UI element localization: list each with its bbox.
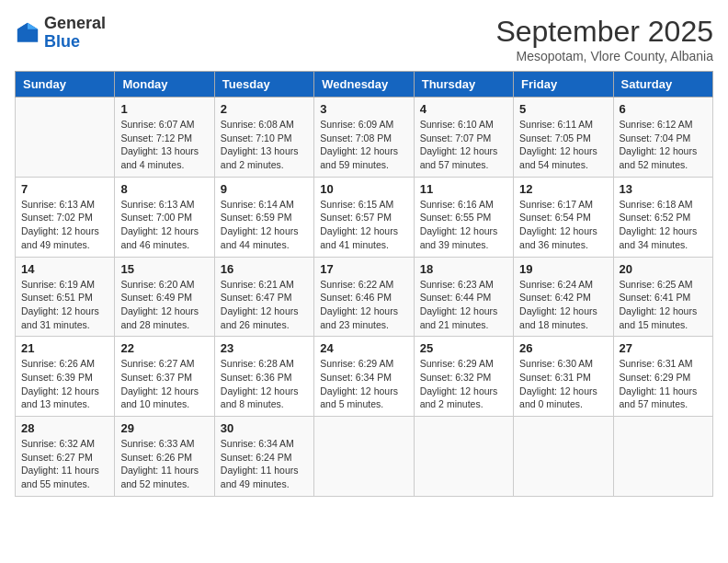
day-number: 24 bbox=[320, 341, 407, 355]
day-number: 29 bbox=[120, 421, 208, 435]
day-number: 22 bbox=[120, 341, 208, 355]
day-number: 18 bbox=[420, 262, 507, 276]
day-number: 12 bbox=[519, 182, 607, 196]
calendar-week-2: 7Sunrise: 6:13 AMSunset: 7:02 PMDaylight… bbox=[16, 177, 713, 257]
calendar-cell: 7Sunrise: 6:13 AMSunset: 7:02 PMDaylight… bbox=[16, 177, 115, 257]
calendar-cell: 3Sunrise: 6:09 AMSunset: 7:08 PMDaylight… bbox=[314, 98, 414, 178]
day-number: 16 bbox=[221, 262, 308, 276]
day-info: Sunrise: 6:16 AMSunset: 6:55 PMDaylight:… bbox=[420, 198, 507, 252]
calendar-table: SundayMondayTuesdayWednesdayThursdayFrid… bbox=[15, 71, 713, 497]
day-info: Sunrise: 6:14 AMSunset: 6:59 PMDaylight:… bbox=[221, 198, 308, 252]
day-number: 19 bbox=[519, 262, 607, 276]
day-info: Sunrise: 6:07 AMSunset: 7:12 PMDaylight:… bbox=[120, 118, 208, 172]
calendar-cell: 9Sunrise: 6:14 AMSunset: 6:59 PMDaylight… bbox=[214, 177, 313, 257]
day-number: 6 bbox=[620, 102, 707, 116]
day-info: Sunrise: 6:34 AMSunset: 6:24 PMDaylight:… bbox=[221, 437, 308, 491]
calendar-cell: 15Sunrise: 6:20 AMSunset: 6:49 PMDayligh… bbox=[115, 257, 214, 337]
calendar-cell: 18Sunrise: 6:23 AMSunset: 6:44 PMDayligh… bbox=[414, 257, 513, 337]
day-header-saturday: Saturday bbox=[613, 72, 712, 98]
calendar-cell: 27Sunrise: 6:31 AMSunset: 6:29 PMDayligh… bbox=[613, 337, 712, 417]
day-number: 26 bbox=[519, 341, 607, 355]
day-number: 30 bbox=[221, 421, 308, 435]
svg-marker-1 bbox=[28, 23, 38, 29]
logo-icon bbox=[15, 20, 40, 46]
day-info: Sunrise: 6:30 AMSunset: 6:31 PMDaylight:… bbox=[519, 357, 607, 411]
day-number: 11 bbox=[420, 182, 507, 196]
day-info: Sunrise: 6:28 AMSunset: 6:36 PMDaylight:… bbox=[221, 357, 308, 411]
day-info: Sunrise: 6:29 AMSunset: 6:34 PMDaylight:… bbox=[320, 357, 407, 411]
calendar-cell: 5Sunrise: 6:11 AMSunset: 7:05 PMDaylight… bbox=[514, 98, 613, 178]
day-header-wednesday: Wednesday bbox=[314, 72, 414, 98]
day-info: Sunrise: 6:17 AMSunset: 6:54 PMDaylight:… bbox=[519, 198, 607, 252]
calendar-cell: 22Sunrise: 6:27 AMSunset: 6:37 PMDayligh… bbox=[115, 337, 214, 417]
calendar-cell: 30Sunrise: 6:34 AMSunset: 6:24 PMDayligh… bbox=[214, 417, 313, 497]
calendar-cell: 26Sunrise: 6:30 AMSunset: 6:31 PMDayligh… bbox=[514, 337, 613, 417]
calendar-cell: 8Sunrise: 6:13 AMSunset: 7:00 PMDaylight… bbox=[115, 177, 214, 257]
calendar-week-1: 1Sunrise: 6:07 AMSunset: 7:12 PMDaylight… bbox=[16, 98, 713, 178]
day-number: 13 bbox=[620, 182, 707, 196]
day-info: Sunrise: 6:32 AMSunset: 6:27 PMDaylight:… bbox=[21, 437, 108, 491]
day-info: Sunrise: 6:09 AMSunset: 7:08 PMDaylight:… bbox=[320, 118, 407, 172]
day-info: Sunrise: 6:13 AMSunset: 7:02 PMDaylight:… bbox=[21, 198, 108, 252]
day-info: Sunrise: 6:25 AMSunset: 6:41 PMDaylight:… bbox=[620, 278, 707, 332]
page-header: General Blue September 2025 Mesopotam, V… bbox=[15, 15, 713, 63]
day-header-tuesday: Tuesday bbox=[214, 72, 313, 98]
day-info: Sunrise: 6:13 AMSunset: 7:00 PMDaylight:… bbox=[120, 198, 208, 252]
day-number: 4 bbox=[420, 102, 507, 116]
day-number: 21 bbox=[21, 341, 108, 355]
calendar-cell bbox=[414, 417, 513, 497]
calendar-cell bbox=[514, 417, 613, 497]
calendar-cell: 10Sunrise: 6:15 AMSunset: 6:57 PMDayligh… bbox=[314, 177, 414, 257]
day-info: Sunrise: 6:29 AMSunset: 6:32 PMDaylight:… bbox=[420, 357, 507, 411]
calendar-cell: 11Sunrise: 6:16 AMSunset: 6:55 PMDayligh… bbox=[414, 177, 513, 257]
calendar-cell bbox=[613, 417, 712, 497]
calendar-cell: 17Sunrise: 6:22 AMSunset: 6:46 PMDayligh… bbox=[314, 257, 414, 337]
calendar-cell: 1Sunrise: 6:07 AMSunset: 7:12 PMDaylight… bbox=[115, 98, 214, 178]
title-block: September 2025 Mesopotam, Vlore County, … bbox=[495, 15, 713, 63]
calendar-cell: 16Sunrise: 6:21 AMSunset: 6:47 PMDayligh… bbox=[214, 257, 313, 337]
day-number: 20 bbox=[620, 262, 707, 276]
day-info: Sunrise: 6:24 AMSunset: 6:42 PMDaylight:… bbox=[519, 278, 607, 332]
logo: General Blue bbox=[15, 15, 106, 52]
day-number: 2 bbox=[221, 102, 308, 116]
day-number: 15 bbox=[120, 262, 208, 276]
day-info: Sunrise: 6:10 AMSunset: 7:07 PMDaylight:… bbox=[420, 118, 507, 172]
day-info: Sunrise: 6:26 AMSunset: 6:39 PMDaylight:… bbox=[21, 357, 108, 411]
day-number: 5 bbox=[519, 102, 607, 116]
day-info: Sunrise: 6:33 AMSunset: 6:26 PMDaylight:… bbox=[120, 437, 208, 491]
day-number: 8 bbox=[120, 182, 208, 196]
calendar-cell: 12Sunrise: 6:17 AMSunset: 6:54 PMDayligh… bbox=[514, 177, 613, 257]
svg-marker-2 bbox=[17, 23, 28, 29]
day-info: Sunrise: 6:12 AMSunset: 7:04 PMDaylight:… bbox=[620, 118, 707, 172]
calendar-header-row: SundayMondayTuesdayWednesdayThursdayFrid… bbox=[16, 72, 713, 98]
day-header-friday: Friday bbox=[514, 72, 613, 98]
calendar-cell: 6Sunrise: 6:12 AMSunset: 7:04 PMDaylight… bbox=[613, 98, 712, 178]
day-info: Sunrise: 6:21 AMSunset: 6:47 PMDaylight:… bbox=[221, 278, 308, 332]
day-number: 14 bbox=[21, 262, 108, 276]
day-info: Sunrise: 6:27 AMSunset: 6:37 PMDaylight:… bbox=[120, 357, 208, 411]
calendar-cell: 4Sunrise: 6:10 AMSunset: 7:07 PMDaylight… bbox=[414, 98, 513, 178]
day-header-thursday: Thursday bbox=[414, 72, 513, 98]
calendar-cell: 25Sunrise: 6:29 AMSunset: 6:32 PMDayligh… bbox=[414, 337, 513, 417]
calendar-cell: 29Sunrise: 6:33 AMSunset: 6:26 PMDayligh… bbox=[115, 417, 214, 497]
calendar-cell: 21Sunrise: 6:26 AMSunset: 6:39 PMDayligh… bbox=[16, 337, 115, 417]
calendar-week-5: 28Sunrise: 6:32 AMSunset: 6:27 PMDayligh… bbox=[16, 417, 713, 497]
day-info: Sunrise: 6:19 AMSunset: 6:51 PMDaylight:… bbox=[21, 278, 108, 332]
calendar-cell: 24Sunrise: 6:29 AMSunset: 6:34 PMDayligh… bbox=[314, 337, 414, 417]
calendar-cell: 20Sunrise: 6:25 AMSunset: 6:41 PMDayligh… bbox=[613, 257, 712, 337]
calendar-cell: 23Sunrise: 6:28 AMSunset: 6:36 PMDayligh… bbox=[214, 337, 313, 417]
calendar-week-4: 21Sunrise: 6:26 AMSunset: 6:39 PMDayligh… bbox=[16, 337, 713, 417]
calendar-week-3: 14Sunrise: 6:19 AMSunset: 6:51 PMDayligh… bbox=[16, 257, 713, 337]
day-info: Sunrise: 6:20 AMSunset: 6:49 PMDaylight:… bbox=[120, 278, 208, 332]
day-info: Sunrise: 6:23 AMSunset: 6:44 PMDaylight:… bbox=[420, 278, 507, 332]
day-number: 10 bbox=[320, 182, 407, 196]
day-number: 7 bbox=[21, 182, 108, 196]
day-info: Sunrise: 6:08 AMSunset: 7:10 PMDaylight:… bbox=[221, 118, 308, 172]
day-number: 1 bbox=[120, 102, 208, 116]
day-info: Sunrise: 6:31 AMSunset: 6:29 PMDaylight:… bbox=[620, 357, 707, 411]
day-number: 17 bbox=[320, 262, 407, 276]
day-info: Sunrise: 6:18 AMSunset: 6:52 PMDaylight:… bbox=[620, 198, 707, 252]
day-header-sunday: Sunday bbox=[16, 72, 115, 98]
location-text: Mesopotam, Vlore County, Albania bbox=[495, 49, 713, 63]
calendar-cell: 13Sunrise: 6:18 AMSunset: 6:52 PMDayligh… bbox=[613, 177, 712, 257]
